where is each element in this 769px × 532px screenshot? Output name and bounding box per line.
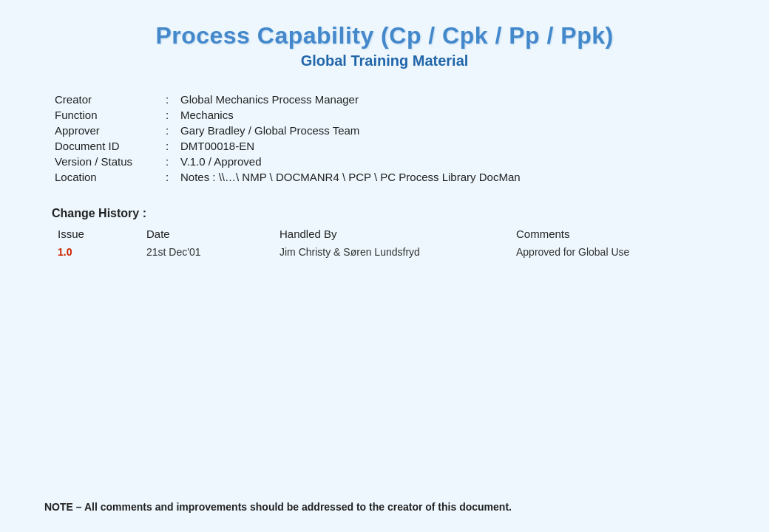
info-value: Notes : \\…\ NMP \ DOCMANR4 \ PCP \ PC P… — [177, 169, 717, 185]
info-row: Creator:Global Mechanics Process Manager — [52, 92, 717, 107]
main-title: Process Capability (Cp / Cpk / Pp / Ppk) — [155, 22, 613, 50]
change-table: Issue Date Handled By Comments 1.021st D… — [52, 226, 717, 259]
change-date: 21st Dec'01 — [140, 245, 274, 259]
info-label: Approver — [52, 123, 163, 138]
note-text: NOTE – All comments and improvements sho… — [44, 501, 512, 513]
info-value: Mechanics — [177, 107, 717, 123]
change-row: 1.021st Dec'01Jim Christy & Søren Lundsf… — [52, 245, 717, 259]
col-header-date: Date — [140, 226, 274, 245]
change-issue: 1.0 — [52, 245, 140, 259]
info-label: Creator — [52, 92, 163, 107]
info-colon: : — [163, 169, 177, 185]
page-container: Process Capability (Cp / Cpk / Pp / Ppk)… — [0, 0, 769, 532]
info-value: V.1.0 / Approved — [177, 154, 717, 169]
info-row: Location:Notes : \\…\ NMP \ DOCMANR4 \ P… — [52, 169, 717, 185]
subtitle: Global Training Material — [155, 52, 613, 69]
info-row: Version / Status:V.1.0 / Approved — [52, 154, 717, 169]
change-table-header-row: Issue Date Handled By Comments — [52, 226, 717, 245]
info-row: Function:Mechanics — [52, 107, 717, 123]
info-label: Document ID — [52, 138, 163, 154]
info-value: DMT00018-EN — [177, 138, 717, 154]
info-row: Document ID:DMT00018-EN — [52, 138, 717, 154]
note-section: NOTE – All comments and improvements sho… — [44, 500, 710, 514]
col-header-handledby: Handled By — [274, 226, 510, 245]
change-handled-by: Jim Christy & Søren Lundsfryd — [274, 245, 510, 259]
change-comments: Approved for Global Use — [510, 245, 717, 259]
info-label: Function — [52, 107, 163, 123]
info-section: Creator:Global Mechanics Process Manager… — [52, 92, 717, 185]
change-history-title: Change History : — [52, 207, 717, 220]
info-colon: : — [163, 138, 177, 154]
change-history-section: Change History : Issue Date Handled By C… — [52, 207, 717, 259]
info-colon: : — [163, 92, 177, 107]
info-value: Global Mechanics Process Manager — [177, 92, 717, 107]
info-colon: : — [163, 107, 177, 123]
info-label: Version / Status — [52, 154, 163, 169]
title-section: Process Capability (Cp / Cpk / Pp / Ppk)… — [155, 22, 613, 69]
info-label: Location — [52, 169, 163, 185]
info-value: Gary Bradley / Global Process Team — [177, 123, 717, 138]
info-colon: : — [163, 154, 177, 169]
info-table: Creator:Global Mechanics Process Manager… — [52, 92, 717, 185]
info-row: Approver:Gary Bradley / Global Process T… — [52, 123, 717, 138]
change-table-header: Issue Date Handled By Comments — [52, 226, 717, 245]
info-colon: : — [163, 123, 177, 138]
col-header-comments: Comments — [510, 226, 717, 245]
col-header-issue: Issue — [52, 226, 140, 245]
change-table-body: 1.021st Dec'01Jim Christy & Søren Lundsf… — [52, 245, 717, 259]
